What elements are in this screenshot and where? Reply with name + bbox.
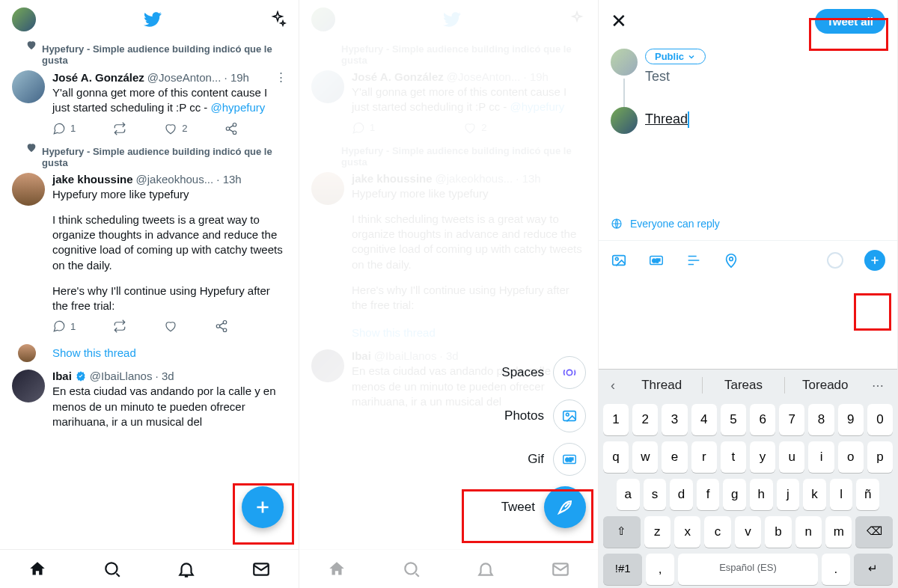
retweet-button[interactable] <box>113 122 126 135</box>
tweet-3[interactable]: Ibai @IbaiLlanos · 3d En esta ciudad vas… <box>0 367 299 435</box>
key[interactable]: 0 <box>867 404 893 435</box>
symbols-key[interactable]: !#1 <box>603 554 642 585</box>
key[interactable]: 3 <box>662 404 687 435</box>
home-icon[interactable] <box>28 560 47 579</box>
key[interactable]: h <box>750 479 773 510</box>
suggestion[interactable]: Toreado <box>788 378 863 393</box>
gif-icon[interactable]: GIF <box>648 252 665 269</box>
key[interactable]: i <box>808 441 834 473</box>
reply-button[interactable]: 1 <box>52 319 76 333</box>
key-row: asdfghjklñ <box>599 476 897 513</box>
key[interactable]: 1 <box>603 404 629 435</box>
key[interactable]: q <box>603 441 629 473</box>
key[interactable]: a <box>617 479 640 510</box>
poll-icon[interactable] <box>685 252 702 269</box>
key[interactable]: k <box>803 479 826 510</box>
key[interactable]: ñ <box>856 479 879 510</box>
key[interactable]: 2 <box>632 404 658 435</box>
key[interactable]: g <box>723 479 746 510</box>
search-icon[interactable] <box>103 560 122 579</box>
key[interactable]: 8 <box>808 404 834 435</box>
like-button[interactable]: 2 <box>164 122 187 135</box>
author-name[interactable]: jake khoussine <box>52 173 133 186</box>
like-button[interactable] <box>164 319 177 333</box>
period-key[interactable]: . <box>822 554 849 585</box>
key[interactable]: 4 <box>691 404 717 435</box>
compose-tweet-2[interactable]: Thread <box>611 107 885 134</box>
svg-point-0 <box>233 123 237 126</box>
reply-settings[interactable]: Everyone can reply <box>599 207 897 241</box>
share-button[interactable] <box>224 122 238 135</box>
key[interactable]: x <box>674 516 700 548</box>
key[interactable]: 7 <box>779 404 804 435</box>
author-name[interactable]: Ibai <box>52 370 72 382</box>
compose-text-active[interactable]: Thread <box>645 111 689 128</box>
fab-option-gif[interactable]: Gif GIF <box>528 443 586 476</box>
key[interactable]: y <box>750 441 775 473</box>
heart-icon <box>25 39 37 51</box>
key[interactable]: n <box>795 516 822 548</box>
avatar[interactable] <box>12 70 45 103</box>
reply-button[interactable]: 1 <box>52 122 76 135</box>
close-icon[interactable]: ✕ <box>611 10 627 33</box>
key[interactable]: z <box>644 516 671 548</box>
key[interactable]: d <box>670 479 693 510</box>
key[interactable]: l <box>830 479 853 510</box>
key[interactable]: c <box>704 516 730 548</box>
add-tweet-button[interactable] <box>864 250 885 271</box>
gif-icon: GIF <box>553 443 586 476</box>
show-thread-link[interactable]: Show this thread <box>0 339 299 367</box>
key[interactable]: 9 <box>838 404 864 435</box>
author-name[interactable]: José A. González <box>52 71 144 84</box>
more-icon[interactable]: ⋮ <box>275 70 287 84</box>
image-icon[interactable] <box>611 252 627 269</box>
profile-avatar[interactable] <box>12 7 36 31</box>
avatar[interactable] <box>12 173 45 206</box>
key[interactable]: b <box>765 516 791 548</box>
key[interactable]: m <box>825 516 852 548</box>
bell-icon[interactable] <box>177 560 196 579</box>
key[interactable]: t <box>721 441 746 473</box>
key-row: 1234567890 <box>599 401 897 438</box>
tweet-text: Hypefury more like typefury <box>52 187 287 202</box>
key[interactable]: e <box>662 441 687 473</box>
svg-point-1 <box>227 126 230 130</box>
comma-key[interactable]: , <box>646 554 674 585</box>
chevron-left-icon[interactable]: ‹ <box>605 378 621 393</box>
tweet-1[interactable]: José A. González @JoseAnton... · 19h ⋮ Y… <box>0 67 299 141</box>
key[interactable]: j <box>777 479 800 510</box>
key[interactable]: w <box>632 441 658 473</box>
audience-selector[interactable]: Public <box>645 49 706 64</box>
key[interactable]: 6 <box>750 404 775 435</box>
avatar[interactable] <box>12 370 45 402</box>
panel-fab-menu: Hypefury - Simple audience building indi… <box>299 0 599 588</box>
space-key[interactable]: Español (ES) <box>678 554 818 585</box>
social-context-1: Hypefury - Simple audience building indi… <box>0 39 299 67</box>
key[interactable]: o <box>838 441 864 473</box>
suggestion[interactable]: Tareas <box>706 378 781 393</box>
retweet-button[interactable] <box>113 319 126 333</box>
key[interactable]: u <box>779 441 804 473</box>
more-icon[interactable]: ⋯ <box>866 379 891 393</box>
suggestion[interactable]: Thread <box>624 378 699 393</box>
key[interactable]: s <box>644 479 667 510</box>
mail-icon[interactable] <box>251 560 271 579</box>
key[interactable]: p <box>867 441 893 473</box>
backspace-key[interactable]: ⌫ <box>855 516 893 548</box>
sparkle-icon[interactable] <box>269 10 287 28</box>
tweet-2[interactable]: jake khoussine @jakeokhous... · 13h Hype… <box>0 170 299 340</box>
enter-key[interactable]: ↵ <box>854 554 893 585</box>
location-icon[interactable] <box>723 252 739 269</box>
compose-toolbar: GIF <box>599 241 897 280</box>
fab-option-photos[interactable]: Photos <box>504 399 586 432</box>
key[interactable]: v <box>735 516 761 548</box>
key[interactable]: r <box>691 441 717 473</box>
key[interactable]: 5 <box>721 404 746 435</box>
share-button[interactable] <box>215 319 228 333</box>
tweet-actions: 1 2 <box>52 122 287 135</box>
key[interactable]: f <box>697 479 720 510</box>
svg-point-17 <box>615 257 618 260</box>
compose-tweet-1[interactable]: Public Test <box>611 49 885 85</box>
shift-key[interactable]: ⇧ <box>603 516 641 548</box>
svg-point-13 <box>405 563 416 574</box>
